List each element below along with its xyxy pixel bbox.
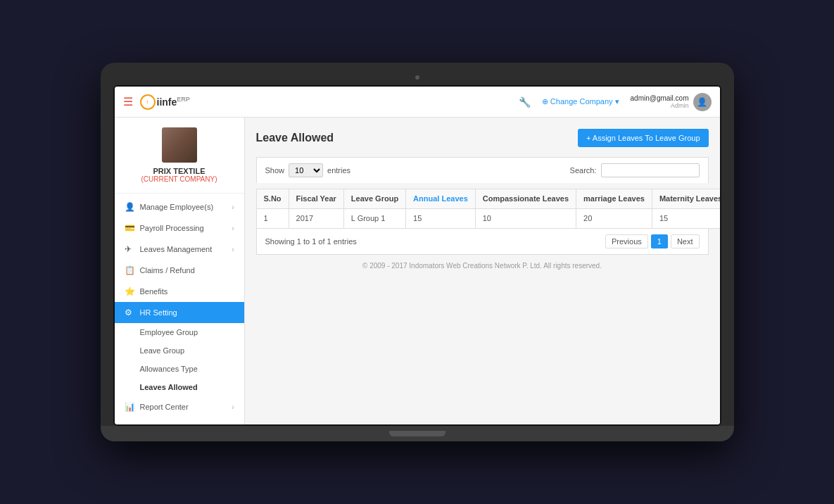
cell-sno: 1 [256, 208, 289, 228]
logo-text: iinfeERP [157, 96, 190, 108]
col-compassionate-leaves: Compassionate Leaves [475, 189, 576, 209]
cell-leave-group: L Group 1 [343, 208, 405, 228]
user-info: admin@gmail.com Admin 👤 [631, 93, 712, 111]
pagination: Previous 1 Next [605, 234, 700, 248]
sidebar-item-manage-employees[interactable]: 👤 Manage Employee(s) › [115, 196, 244, 218]
header-left: ☰ i iinfeERP [123, 94, 190, 110]
sidebar-subitem-employee-group[interactable]: Employee Group [115, 323, 244, 341]
sidebar-profile: PRIX TEXTILE (CURRENT COMPANY) [115, 118, 244, 194]
search-label: Search: [570, 166, 597, 175]
menu-icon[interactable]: ☰ [123, 95, 133, 108]
report-icon: 📊 [125, 402, 134, 412]
col-annual-leaves: Annual Leaves [406, 189, 476, 209]
sidebar-item-report-center[interactable]: 📊 Report Center › [115, 396, 244, 417]
table-controls: Show 10 25 50 100 entries Search: [256, 157, 709, 183]
col-sno: S.No [256, 189, 289, 209]
sidebar: PRIX TEXTILE (CURRENT COMPANY) 👤 Manage … [115, 118, 245, 424]
header-right: 🔧 ⊕ Change Company ▾ admin@gmail.com Adm… [519, 93, 712, 111]
user-role: Admin [631, 102, 689, 109]
sidebar-subitem-leave-group[interactable]: Leave Group [115, 341, 244, 360]
gear-icon: ⚙ [125, 308, 134, 317]
next-page-button[interactable]: Next [671, 234, 700, 248]
sidebar-item-benefits[interactable]: ⭐ Benefits [115, 281, 244, 302]
assign-leaves-button[interactable]: + Assign Leaves To Leave Group [578, 129, 709, 147]
header: ☰ i iinfeERP 🔧 ⊕ Change Company ▾ [115, 87, 720, 118]
company-name: PRIX TEXTILE [125, 167, 234, 175]
cell-maternity-leaves: 15 [652, 208, 719, 228]
col-maternity-leaves: Maternity Leaves [652, 189, 719, 209]
main-content: Leave Allowed + Assign Leaves To Leave G… [245, 118, 720, 424]
data-table: S.No Fiscal Year Leave Group Annual Leav… [256, 189, 720, 229]
company-subtitle: (CURRENT COMPANY) [125, 175, 234, 183]
sidebar-label-hr-setting: HR Setting [140, 308, 177, 317]
cell-annual-leaves: 15 [406, 208, 476, 228]
search-container: Search: [570, 163, 700, 177]
current-page-button[interactable]: 1 [651, 234, 668, 248]
person-icon: 👤 [125, 202, 134, 212]
table-header-row: S.No Fiscal Year Leave Group Annual Leav… [256, 189, 720, 209]
sidebar-item-claims-refund[interactable]: 📋 Claims / Refund [115, 260, 244, 281]
profile-image [162, 127, 197, 163]
chevron-right-icon: › [232, 403, 234, 411]
sidebar-label-claims: Claims / Refund [140, 266, 195, 275]
entries-label: entries [327, 166, 350, 175]
search-input[interactable] [601, 163, 700, 177]
table-row: 1 2017 L Group 1 15 10 20 15 15 10 De [256, 208, 720, 228]
sidebar-label-payroll: Payroll Processing [140, 224, 204, 232]
change-company-button[interactable]: ⊕ Change Company ▾ [542, 97, 619, 106]
col-marriage-leaves: marriage Leaves [576, 189, 652, 209]
logo-circle: i [140, 94, 156, 110]
col-leave-group: Leave Group [343, 189, 405, 209]
sidebar-subitem-allowances-type[interactable]: Allowances Type [115, 360, 244, 378]
sidebar-nav: 👤 Manage Employee(s) › 💳 Payroll Process… [115, 194, 244, 420]
leaves-icon: ✈ [125, 244, 134, 254]
payroll-icon: 💳 [125, 223, 134, 233]
show-label: Show [265, 166, 285, 175]
cell-marriage-leaves: 20 [576, 208, 652, 228]
sidebar-label-manage-employees: Manage Employee(s) [140, 203, 214, 211]
page-title: Leave Allowed [256, 132, 334, 144]
logo: i iinfeERP [140, 94, 190, 110]
cell-fiscal-year: 2017 [289, 208, 343, 228]
user-avatar: 👤 [693, 93, 712, 111]
table-footer: Showing 1 to 1 of 1 entries Previous 1 N… [256, 229, 709, 255]
sidebar-label-report: Report Center [140, 403, 189, 411]
prev-page-button[interactable]: Previous [605, 234, 648, 248]
user-text: admin@gmail.com Admin [631, 94, 689, 109]
chevron-right-icon: › [232, 225, 234, 232]
footer-text: © 2009 - 2017 Indomators Web Creations N… [256, 255, 709, 277]
sidebar-subitem-leaves-allowed[interactable]: Leaves Allowed [115, 378, 244, 396]
user-email: admin@gmail.com [631, 94, 689, 102]
sidebar-item-payroll-processing[interactable]: 💳 Payroll Processing › [115, 218, 244, 239]
col-fiscal-year: Fiscal Year [289, 189, 343, 209]
benefits-icon: ⭐ [125, 286, 134, 296]
settings-icon[interactable]: 🔧 [519, 96, 531, 108]
show-entries: Show 10 25 50 100 entries [265, 163, 351, 177]
sidebar-label-leaves: Leaves Management [140, 245, 213, 253]
entries-select[interactable]: 10 25 50 100 [289, 163, 323, 177]
claims-icon: 📋 [125, 265, 134, 275]
sidebar-label-benefits: Benefits [140, 287, 168, 296]
app-body: PRIX TEXTILE (CURRENT COMPANY) 👤 Manage … [115, 118, 720, 424]
sidebar-item-hr-setting[interactable]: ⚙ HR Setting [115, 302, 244, 323]
sidebar-item-leaves-management[interactable]: ✈ Leaves Management › [115, 239, 244, 260]
showing-text: Showing 1 to 1 of 1 entries [265, 237, 357, 246]
cell-compassionate-leaves: 10 [475, 208, 576, 228]
page-header: Leave Allowed + Assign Leaves To Leave G… [256, 129, 709, 147]
chevron-right-icon: › [232, 203, 234, 211]
chevron-right-icon: › [232, 246, 234, 253]
